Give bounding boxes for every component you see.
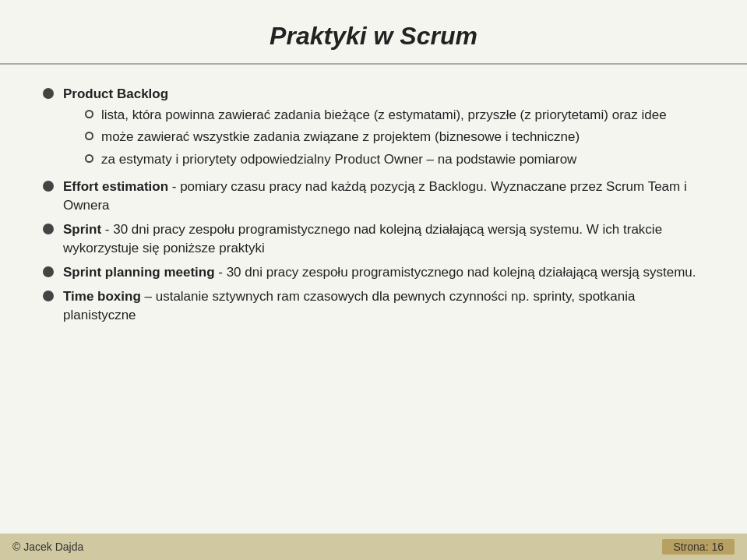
item-content: Time boxing – ustalanie sztywnych ram cz… <box>63 287 700 326</box>
main-list: Product Backlog lista, która powinna zaw… <box>43 85 700 326</box>
slide-title: Praktyki w Scrum <box>47 22 700 51</box>
list-item: Effort estimation - pomiary czasu pracy … <box>43 178 700 216</box>
bullet-icon <box>43 291 54 301</box>
slide-content: Product Backlog lista, która powinna zaw… <box>0 71 747 534</box>
item-text-rest: – ustalanie sztywnych ram czasowych dla … <box>63 289 635 323</box>
item-text-bold: Effort estimation <box>63 179 168 194</box>
item-content: Sprint - 30 dni pracy zespołu programist… <box>63 220 700 259</box>
sub-bullet-icon <box>85 132 93 140</box>
slide: Praktyki w Scrum Product Backlog lista, … <box>0 0 747 560</box>
slide-header: Praktyki w Scrum <box>0 0 747 65</box>
sub-item-text: może zawierać wszystkie zadania związane… <box>101 128 580 147</box>
list-item: Sprint - 30 dni pracy zespołu programist… <box>43 220 700 259</box>
item-text-bold: Sprint planning meeting <box>63 265 215 280</box>
item-text-rest: - 30 dni pracy zespołu programistycznego… <box>215 265 696 280</box>
bullet-icon <box>43 88 54 99</box>
sub-item-text: za estymaty i priorytety odpowiedzialny … <box>101 150 576 170</box>
item-content: Effort estimation - pomiary czasu pracy … <box>63 178 700 216</box>
list-item: za estymaty i priorytety odpowiedzialny … <box>85 150 700 170</box>
list-item: lista, która powinna zawierać zadania bi… <box>85 106 700 125</box>
item-text: Product Backlog <box>63 86 168 101</box>
item-text-bold: Sprint <box>63 222 101 237</box>
item-text-rest: - 30 dni pracy zespołu programistycznego… <box>63 222 662 256</box>
sub-bullet-icon <box>85 110 93 118</box>
list-item: Time boxing – ustalanie sztywnych ram cz… <box>43 287 700 326</box>
item-text-bold: Time boxing <box>63 289 141 304</box>
sub-bullet-icon <box>85 154 93 163</box>
footer-author: © Jacek Dajda <box>12 541 83 553</box>
list-item: może zawierać wszystkie zadania związane… <box>85 128 700 147</box>
slide-footer: © Jacek Dajda Strona: 16 <box>0 534 747 560</box>
bullet-icon <box>43 266 54 277</box>
sub-item-text: lista, która powinna zawierać zadania bi… <box>101 106 667 125</box>
bullet-icon <box>43 181 54 192</box>
item-content: Product Backlog lista, która powinna zaw… <box>63 85 700 173</box>
footer-page: Strona: 16 <box>662 539 735 555</box>
item-content: Sprint planning meeting - 30 dni pracy z… <box>63 263 700 283</box>
list-item: Sprint planning meeting - 30 dni pracy z… <box>43 263 700 283</box>
bullet-icon <box>43 224 54 234</box>
list-item: Product Backlog lista, która powinna zaw… <box>43 85 700 173</box>
sub-list: lista, która powinna zawierać zadania bi… <box>85 106 700 170</box>
